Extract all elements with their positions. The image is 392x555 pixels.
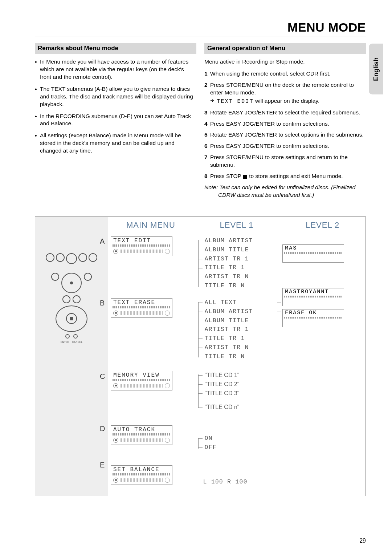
menu-option: TITLE TR 1 — [203, 263, 277, 272]
step-number: 3 — [204, 109, 208, 117]
step-text: Press EASY JOG/ENTER to confirm selectio… — [210, 143, 329, 149]
remarks-item: In the RECORDING submenus (D-E) you can … — [35, 113, 196, 128]
step-item: 7Press STORE/MENU to store settings and … — [204, 154, 366, 169]
menu-option: ALBUM TITLE — [203, 316, 277, 325]
level2-column: LEVEL 2 MAS MASTROYANNI ERAS — [279, 217, 366, 496]
row-label: E — [100, 461, 105, 469]
step-item: 4Press EASY JOG/ENTER to confirm selecti… — [204, 120, 366, 128]
menu-option: ARTIST TR 1 — [203, 325, 277, 334]
display-text: TEXT EDIT — [217, 98, 254, 105]
display-panel: SET BALANCE — [111, 465, 172, 485]
step-text: Press EASY JOG/ENTER to confirm selectio… — [210, 121, 329, 127]
dial-icon — [165, 438, 170, 443]
step-text: Press STOP — [210, 173, 243, 179]
remote-button-icon — [73, 295, 81, 303]
remote-button-icon — [84, 273, 92, 281]
dial-icon — [165, 478, 170, 483]
remote-button-icon — [51, 273, 59, 281]
remote-label: CANCEL — [72, 341, 82, 343]
language-label: English — [372, 57, 380, 81]
page-header: MENU MODE — [35, 20, 366, 36]
disc-icon — [113, 311, 118, 316]
row-label: A — [100, 237, 105, 246]
display-panel: ERASE OK — [282, 309, 344, 327]
remarks-item: The TEXT submenus (A-B) allow you to giv… — [35, 85, 196, 108]
menu-option: OFF — [203, 443, 277, 452]
step-result: TEXT EDIT will appear on the display. — [210, 97, 366, 105]
display-panel: MEMORY VIEW — [111, 371, 172, 390]
menu-option: "TITLE CD n" — [203, 403, 277, 412]
level1-options: ON OFF — [197, 434, 277, 452]
remote-stop-icon — [66, 313, 77, 324]
menu-option: TITLE TR N — [203, 352, 277, 361]
menu-option: TITLE TR 1 — [203, 334, 277, 343]
display-text: SET BALANCE — [111, 466, 172, 473]
disc-icon — [113, 478, 118, 483]
step-text: Press STORE/MENU to store settings and r… — [210, 154, 348, 168]
column-title: MAIN MENU — [111, 220, 191, 230]
general-operation-heading: General operation of Menu — [204, 43, 366, 54]
language-tab: English — [369, 44, 383, 94]
page-title: MENU MODE — [35, 20, 366, 35]
remote-button-icon — [65, 334, 70, 339]
remote-illustration-panel: ENTERCANCEL — [35, 217, 108, 496]
knob-icon — [56, 253, 65, 262]
display-panel: AUTO TRACK — [111, 425, 172, 445]
level1-column: LEVEL 1 ALBUM ARTIST ALBUM TITLE ARTIST … — [194, 217, 280, 496]
remarks-item: In Menu mode you will have access to a n… — [35, 58, 196, 81]
remote-label: ENTER — [61, 341, 69, 343]
disc-icon — [113, 249, 118, 254]
remarks-list: In Menu mode you will have access to a n… — [35, 58, 196, 155]
display-text: MAS — [283, 245, 344, 252]
disc-icon — [113, 383, 118, 388]
column-title: LEVEL 2 — [282, 220, 363, 230]
step-number: 6 — [204, 142, 208, 150]
menu-option: "TITLE CD 3" — [203, 389, 277, 398]
menu-option: TITLE TR N — [203, 281, 277, 291]
menu-option: ON — [203, 434, 277, 443]
dial-icon — [165, 249, 170, 254]
step-number: 8 — [204, 173, 208, 180]
level1-options: L 100 R 100 — [197, 478, 277, 487]
step-text: to store settings and exit Menu mode. — [248, 173, 343, 179]
display-panel: MAS — [282, 244, 344, 263]
row-label: D — [100, 425, 105, 433]
menu-option: "TITLE CD 2" — [203, 380, 277, 389]
step-number: 7 — [204, 154, 208, 161]
display-text: MASTROYANNI — [283, 288, 344, 295]
knob-icon — [89, 253, 97, 262]
remarks-item: All settings (except Balance) made in Me… — [35, 132, 196, 155]
remote-jog-ring-icon — [56, 305, 87, 332]
step-item: 6Press EASY JOG/ENTER to confirm selecti… — [204, 142, 366, 150]
level2-block: MASTROYANNI ERASE OK — [282, 288, 363, 327]
display-panel: MASTROYANNI — [282, 288, 344, 306]
remote-button-icon — [73, 334, 78, 339]
dial-icon — [165, 383, 170, 388]
step-number: 1 — [204, 70, 208, 78]
menu-option: ALBUM ARTIST — [203, 236, 277, 246]
row-label: C — [100, 372, 105, 381]
step-text: Rotate EASY JOG/ENTER to select options … — [210, 131, 364, 138]
remote-play-ring-icon — [61, 273, 82, 293]
step-item: 5Rotate EASY JOG/ENTER to select options… — [204, 131, 366, 139]
step-number: 5 — [204, 131, 208, 139]
display-panel: TEXT ERASE — [111, 298, 172, 318]
remote-button-icon — [62, 295, 70, 303]
column-title: LEVEL 1 — [197, 220, 277, 230]
steps-list: 1When using the remote control, select C… — [204, 70, 366, 180]
step-text: When using the remote control, select CD… — [210, 70, 331, 77]
easy-jog-knob-icon — [66, 253, 77, 264]
step-item: 2Press STORE/MENU on the deck or the rem… — [204, 81, 366, 105]
step-number: 2 — [204, 81, 208, 89]
intro-text: Menu active in Recording or Stop mode. — [204, 58, 366, 66]
step-item: 8Press STOP to store settings and exit M… — [204, 173, 366, 180]
stop-icon — [243, 175, 247, 179]
display-text: AUTO TRACK — [111, 426, 172, 433]
note-line: Note: Text can only be edited for unfina… — [204, 184, 355, 190]
menu-option: ALBUM ARTIST — [203, 307, 277, 316]
step-item: 3Rotate EASY JOG/ENTER to select the req… — [204, 109, 366, 117]
note-line: CDRW discs must be unfinalized first.) — [204, 191, 366, 199]
remarks-heading: Remarks about Menu mode — [35, 43, 196, 54]
main-menu-column: MAIN MENU A TEXT EDIT B TEXT ERASE — [108, 217, 194, 496]
menu-option: ARTIST TR 1 — [203, 255, 277, 264]
